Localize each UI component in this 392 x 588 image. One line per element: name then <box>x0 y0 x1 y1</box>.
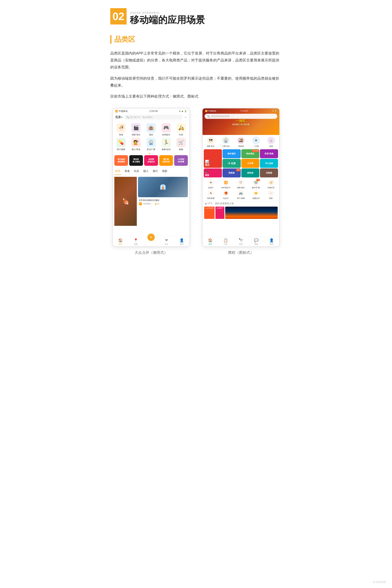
dianping-search-box[interactable]: 🔍 输入商户名、地点或菜品 <box>124 115 183 120</box>
dianping-bottom-bar: 🏠 首页 📍 攻略 + ❤ 关注 👤 我的 <box>113 236 190 246</box>
dp-tab-meishi[interactable]: 美食 <box>124 168 131 175</box>
ctrip-hot-strip: Hot 景点榜 必选餐厅 <box>202 206 279 220</box>
ctrip-label: 携程（图标式） <box>228 250 254 255</box>
ctrip-cat-piaowu[interactable]: 🎡 门票·玩乐 <box>219 136 233 148</box>
dp-category-liren[interactable]: 💇 丽人/美发 <box>130 138 143 151</box>
ctrip-cat-riyou[interactable]: ☀ 一日游 <box>249 136 263 148</box>
ctrip-weather-bar: ☁ 17°C 您好,欢迎来到上海 <box>202 201 279 206</box>
dp-bottom-mine[interactable]: 👤 我的 <box>174 238 190 246</box>
dianping-label: 大众点评（侧滑式） <box>134 250 168 255</box>
promo-bichbang[interactable]: 必吃榜全域必去 <box>144 155 158 166</box>
feed-right-column: 👔 非常喜欢他家的衣服嗞 鸭 鸡鸭鹅鹅1... 👍 58 <box>138 177 188 226</box>
ctrip-flight[interactable]: ✈ 机票 <box>222 159 241 168</box>
dianping-carrier: 📶 中国移动 <box>115 110 128 113</box>
dp-category-jingdian[interactable]: 🎡 景点/门票 <box>144 138 158 151</box>
dp-category-meishi[interactable]: 🍜 美食 <box>114 123 128 136</box>
promo-bawangcan[interactable]: 霸王餐品质优选 <box>159 155 173 166</box>
body-paragraph-3: 目前市场上主要有以下两种处理方式：侧滑式、图标式 <box>110 93 282 100</box>
dianping-status-bar: 📶 中国移动 上午8:39 ⊙ ▲ 🔋 <box>113 108 190 114</box>
dianping-nav-bar: 北京 ▾ 🔍 输入商户名、地点或菜品 ··· <box>113 114 190 121</box>
header-right: USAGE SCENARIO 移动端的应用场景 <box>130 11 205 24</box>
promo-meirifuli[interactable]: 每日福利领优惠券 <box>114 155 128 166</box>
dianping-promo-bar: 每日福利领优惠券 黑珍珠食之臻选 必吃榜全域必去 霸王餐品质优选 VIP特权5折… <box>113 155 190 166</box>
ctrip-bottom-itinerary[interactable]: 📋 行程 <box>218 238 233 246</box>
body-paragraph-2: 因为移动端首屏空间的珍贵，我们不可能全部罗列展示这些品类；不重要的、使用频率低的… <box>110 75 282 89</box>
ctrip-chuan-ka[interactable]: 🚌 串卡·借钱 <box>234 190 248 200</box>
dp-tab-liren[interactable]: 丽人 <box>142 168 150 175</box>
dp-category-xiuxian[interactable]: 🎮 休闲娱乐 <box>160 123 173 136</box>
ctrip-discount-hotel[interactable]: 特价优惠 特价酒店 <box>241 149 260 158</box>
dp-tab-lvxing[interactable]: 旅行 <box>152 168 159 175</box>
ctrip-huanbi[interactable]: 💱特惠 换外币·购 <box>249 179 263 189</box>
ctrip-wifi[interactable]: 📶 WiFi电话卡 <box>219 179 233 189</box>
body-paragraph-1: 品类区是国内的APP上非常常见的一个模块，它位于首屏。对于出售商品的平台来讲，品… <box>110 50 282 71</box>
ctrip-more[interactable]: ⋯ 更多 <box>264 190 278 200</box>
ctrip-dangdi[interactable]: 🧭 当地向导 <box>264 179 278 189</box>
ctrip-cat-gonglue[interactable]: 🗺 攻略·景点 <box>204 136 218 148</box>
promo-vip[interactable]: VIP特权5折套餐 <box>174 155 188 166</box>
ctrip-tour[interactable]: 🦅 旅游 <box>204 168 222 178</box>
dianping-screenshot-wrapper: 📶 中国移动 上午8:39 ⊙ ▲ 🔋 北京 ▾ 🔍 输入商户名、地点或菜品 ·… <box>110 108 192 255</box>
dp-tab-wanle[interactable]: 玩乐 <box>133 168 140 175</box>
dp-tab-tuijian[interactable]: 推荐 <box>114 168 121 175</box>
section-number: 02 <box>110 8 126 24</box>
ctrip-cat-meishi[interactable]: 🍱 美食林 <box>234 136 248 148</box>
ctrip-shanghai-night-image <box>225 206 278 219</box>
dianping-categories-grid: 🍜 美食 🎬 电影/演出 🏨 酒店 🎮 休闲娱乐 🛵 外卖 <box>113 121 190 153</box>
dp-bottom-add[interactable]: + <box>143 235 159 246</box>
dp-category-dianying[interactable]: 🎬 电影/演出 <box>130 123 143 136</box>
main-title: 移动端的应用场景 <box>130 15 205 24</box>
dianping-battery: ⊙ ▲ 🔋 <box>179 110 187 112</box>
dianping-time: 上午8:39 <box>149 110 158 113</box>
section-title: 品类区 <box>114 35 135 44</box>
dp-bottom-follow[interactable]: ❤ 关注 <box>159 238 174 246</box>
ctrip-tejia-ticket[interactable]: ✈ 特价机票 <box>204 190 218 200</box>
ctrip-banner-area: 📶 中国移动 下午4:57 ⊙ 🔋 🔍 西伯利亚铁道惊魂 秋里の那 一抹红 提前… <box>202 108 279 135</box>
dp-category-yiliao[interactable]: 💊 医疗健康 <box>114 138 128 151</box>
dp-tab-dianying[interactable]: 电影 <box>161 168 168 175</box>
ctrip-jiameng[interactable]: 🤝 加盟合作 <box>249 190 263 200</box>
dianping-location[interactable]: 北京 ▾ <box>115 115 122 119</box>
ctrip-search-bar[interactable]: 🔍 西伯利亚铁道惊魂 <box>204 114 277 119</box>
ctrip-train[interactable]: 火车票 <box>241 159 260 168</box>
ctrip-gift-card[interactable]: 🎁 礼品卡 <box>219 190 233 200</box>
ctrip-bottom-discover[interactable]: 🔭 发现 <box>233 238 248 246</box>
feed-card-title: 非常喜欢他家的衣服嗞 鸭 鸡鸭鹅鹅1... 👍 58 <box>138 198 188 206</box>
ctrip-top-categories: 🗺 攻略·景点 🎡 门票·玩乐 🍱 美食林 ☀ 一日游 ♨ 温泉 <box>202 135 279 149</box>
ctrip-cat-wenquan[interactable]: ♨ 温泉 <box>264 136 278 148</box>
ctrip-hostel[interactable]: 民宿·客栈 <box>260 149 278 158</box>
dp-category-jianshen[interactable]: 🏃 健身/运动 <box>160 138 173 151</box>
ctrip-phone-mockup: 📶 中国移动 下午4:57 ⊙ 🔋 🔍 西伯利亚铁道惊魂 秋里の那 一抹红 提前… <box>202 108 280 247</box>
dp-bottom-home[interactable]: 🏠 首页 <box>113 238 128 246</box>
feed-card-top: 👔 非常喜欢他家的衣服嗞 鸭 鸡鸭鹅鹅1... 👍 58 <box>138 177 188 206</box>
ctrip-overseas-hotel[interactable]: 海外酒店 <box>222 149 241 158</box>
feed-food-image[interactable]: 🍖 <box>114 177 137 226</box>
dp-bottom-gonglue[interactable]: 📍 攻略 <box>128 238 143 246</box>
ctrip-bottom-bar: 🏠 首页 📋 行程 🔭 发现 💬 客服 👤 我的 <box>202 237 279 246</box>
feed-clothes-image[interactable]: 👔 <box>138 177 188 197</box>
ctrip-hotel[interactable]: 📊 酒店 <box>204 149 222 168</box>
ctrip-bus-boat[interactable]: 汽车·船票 <box>260 159 278 168</box>
dianping-content-tabs: 推荐 美食 玩乐 丽人 旅行 电影 <box>113 168 190 175</box>
ctrip-bottom-service[interactable]: 💬 客服 <box>249 238 264 246</box>
ctrip-baoxian[interactable]: 🛡 保险·签证 <box>234 179 248 189</box>
ctrip-ziyouxing[interactable]: ✈ 自由行 <box>204 179 218 189</box>
dp-category-waimai[interactable]: 🛵 外卖 <box>174 123 188 136</box>
subtitle-label: USAGE SCENARIO <box>130 11 205 14</box>
ctrip-main-grid: 📊 酒店 海外酒店 特价优惠 特价酒店 民宿·客栈 ✈ 机票 <box>204 149 278 178</box>
ctrip-gaotie[interactable]: 热卖 高铁游 <box>222 168 241 178</box>
dp-category-jiudian[interactable]: 🏨 酒店 <box>144 123 158 136</box>
ctrip-small-categories: ✈ 自由行 📶 WiFi电话卡 🛡 保险·签证 💱特惠 换外币·购 🧭 <box>202 178 279 201</box>
ctrip-screenshot-wrapper: 📶 中国移动 下午4:57 ⊙ 🔋 🔍 西伯利亚铁道惊魂 秋里の那 一抹红 提前… <box>200 108 282 255</box>
dianping-page-dots <box>113 153 190 154</box>
dp-category-gouwu[interactable]: 🛒 购物 <box>174 138 188 151</box>
dianping-feed-area: 🍖 👔 非常喜欢他家的衣服嗞 鸭 <box>113 175 190 228</box>
title-bar-decoration <box>110 35 112 44</box>
ctrip-custom-tour[interactable]: 定制游 <box>260 168 278 178</box>
ctrip-bottom-home[interactable]: 🏠 首页 <box>202 238 218 246</box>
ctrip-bottom-mine[interactable]: 👤 我的 <box>264 238 279 246</box>
promo-heizhenzhu[interactable]: 黑珍珠食之臻选 <box>129 155 143 166</box>
ctrip-cruise[interactable]: 邮轮游 <box>241 168 260 178</box>
dianping-phone-mockup: 📶 中国移动 上午8:39 ⊙ ▲ 🔋 北京 ▾ 🔍 输入商户名、地点或菜品 ·… <box>112 108 190 247</box>
screenshots-container: 📶 中国移动 上午8:39 ⊙ ▲ 🔋 北京 ▾ 🔍 输入商户名、地点或菜品 ·… <box>110 108 282 255</box>
